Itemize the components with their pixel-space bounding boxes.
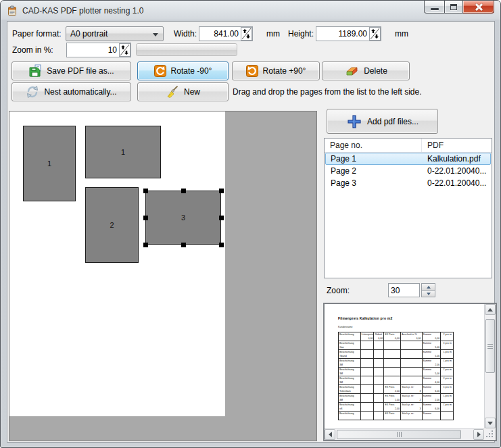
selection-handle[interactable] — [219, 243, 224, 247]
zoom-down-button[interactable] — [421, 291, 435, 297]
selection-handle[interactable] — [181, 243, 186, 247]
selection-handle[interactable] — [143, 243, 148, 247]
preview-page: Filmenpreis Kalkulation pro m2 Kundennam… — [325, 304, 484, 428]
horizontal-scroll-thumb[interactable] — [337, 430, 461, 439]
preview-table-cell: Summe4,00 — [423, 376, 442, 384]
preview-table-cell — [374, 359, 384, 367]
resize-grip-icon[interactable] — [485, 429, 495, 439]
zoom-in-input[interactable] — [67, 43, 119, 57]
selection-handle[interactable] — [143, 216, 148, 220]
preview-table-cell: Anschnitt in %0,00 — [401, 332, 423, 341]
preview-table-cell — [401, 350, 423, 358]
preview-table-cell: € pro m² — [441, 368, 453, 376]
nested-page-rect[interactable]: 1 — [85, 126, 161, 178]
page-number-label: 2 — [110, 221, 114, 229]
preview-table-row: BeschichtungGasSumme5,00€ pro m² — [338, 341, 454, 350]
scroll-down-button[interactable] — [485, 418, 496, 428]
preview-table-cell — [401, 376, 423, 384]
preview-table-cell: Summe0,00 — [423, 332, 442, 341]
scroll-left-button[interactable] — [325, 429, 335, 440]
nesting-canvas[interactable]: 1123 — [9, 111, 317, 441]
close-button[interactable] — [463, 1, 494, 14]
preview-table-row: Beschichtung3MSumme4,00€ pro m² — [338, 376, 454, 385]
app-icon — [7, 5, 18, 16]
preview-table-cell — [374, 376, 384, 384]
zoom-stepper — [421, 283, 435, 297]
paper-format-select[interactable]: A0 portrait — [66, 26, 164, 41]
list-header: Page no. PDF — [325, 139, 492, 153]
nested-page-rect[interactable]: 2 — [85, 187, 139, 263]
preview-table-cell: Beschichtung3M — [339, 394, 361, 402]
delete-button[interactable]: Delete — [322, 61, 410, 80]
zoom-in-spinner-icon[interactable] — [119, 43, 130, 57]
preview-table-cell — [374, 341, 384, 349]
plus-icon — [346, 114, 362, 130]
height-input[interactable] — [316, 27, 369, 41]
preview-table-cell — [401, 368, 423, 376]
minimize-button[interactable] — [424, 1, 444, 14]
column-header-page-no[interactable]: Page no. — [325, 139, 422, 152]
list-item[interactable]: Page 1Kalkulation.pdf — [325, 153, 491, 165]
zoom-input[interactable] — [389, 284, 419, 297]
zoom-up-button[interactable] — [421, 283, 435, 291]
preview-table-row: BeschichtungListenpreis0,00Rabatt0,00EK … — [338, 332, 454, 341]
nested-page-rect[interactable]: 3 — [145, 191, 221, 245]
list-item-pdf: 0-22.01.20040... — [422, 178, 490, 188]
preview-horizontal-scrollbar[interactable] — [325, 428, 484, 440]
preview-table-row: Beschichtung3MEK Preis1,00Stück p. m²2Su… — [338, 393, 454, 403]
height-label: Height: — [288, 29, 314, 39]
preview-table-cell — [374, 412, 384, 420]
brush-icon — [166, 85, 179, 99]
add-pdf-files-label: Add pdf files... — [367, 117, 419, 126]
vertical-scroll-thumb[interactable] — [485, 319, 495, 373]
preview-table-cell: Summe6,00 — [423, 385, 442, 393]
preview-table-row: Beschichtung3MSumme2,00€ pro m² — [338, 358, 454, 368]
preview-table-cell: € pro m² — [441, 394, 453, 402]
page-number-label: 1 — [121, 148, 125, 156]
width-spinner-icon[interactable] — [241, 27, 252, 41]
list-item-page: Page 2 — [326, 166, 422, 176]
preview-table-cell: BeschichtungGas — [339, 341, 361, 349]
save-pdf-button[interactable]: Save PDF file as... — [11, 61, 131, 80]
pdf-page-list[interactable]: Page no. PDF Page 1Kalkulation.pdfPage 2… — [324, 138, 492, 278]
width-unit-label: mm — [266, 29, 280, 39]
maximize-icon — [450, 4, 457, 10]
preview-doc-table: BeschichtungListenpreis0,00Rabatt0,00EK … — [338, 332, 454, 420]
preview-table-row: BeschichtungoSEK Preis2,00Stück p. m²3Su… — [338, 402, 454, 412]
column-header-pdf[interactable]: PDF — [422, 141, 492, 150]
list-item-pdf: Kalkulation.pdf — [422, 154, 490, 164]
preview-table-cell: Stück p. m²3 — [401, 385, 423, 393]
preview-table-cell: Summe5,00 — [423, 350, 442, 358]
rotate-left-button[interactable]: Rotate -90° — [137, 61, 229, 80]
height-spinner-icon[interactable] — [369, 27, 381, 41]
width-input[interactable] — [199, 27, 241, 41]
paper-format-label: Paper format: — [12, 29, 62, 39]
list-item-pdf: 0-22.01.20040... — [422, 166, 490, 176]
preview-table-row: BeschichtungEK PreisStück p. m²Summe — [338, 411, 454, 420]
list-item-page: Page 3 — [326, 178, 422, 188]
list-item[interactable]: Page 20-22.01.20040... — [325, 165, 491, 177]
preview-table-cell — [401, 359, 423, 367]
scroll-right-button[interactable] — [473, 429, 484, 440]
selection-handle[interactable] — [219, 216, 224, 220]
selection-handle[interactable] — [219, 189, 224, 193]
new-button[interactable]: New — [137, 82, 229, 101]
preview-table-cell — [361, 341, 375, 349]
add-pdf-files-button[interactable]: Add pdf files... — [327, 109, 438, 134]
preview-table-cell — [374, 350, 384, 358]
rotate-right-label: Rotate +90° — [263, 66, 306, 76]
preview-table-cell: Beschichtung3M — [339, 368, 361, 376]
preview-doc-subtitle: Kundenname — [338, 326, 352, 328]
nest-automatically-button[interactable]: Nest automatically... — [11, 82, 131, 101]
selection-handle[interactable] — [181, 189, 186, 193]
preview-table-cell — [384, 341, 401, 349]
preview-vertical-scrollbar[interactable] — [484, 304, 496, 428]
height-unit-label: mm — [395, 29, 408, 39]
list-item[interactable]: Page 30-22.01.20040... — [325, 177, 491, 189]
preview-table-cell: Beschichtung — [339, 412, 361, 420]
rotate-right-button[interactable]: Rotate +90° — [232, 61, 320, 80]
nested-page-rect[interactable]: 1 — [23, 126, 76, 201]
scroll-up-button[interactable] — [485, 304, 496, 315]
selection-handle[interactable] — [143, 189, 148, 193]
maximize-button[interactable] — [444, 1, 463, 14]
